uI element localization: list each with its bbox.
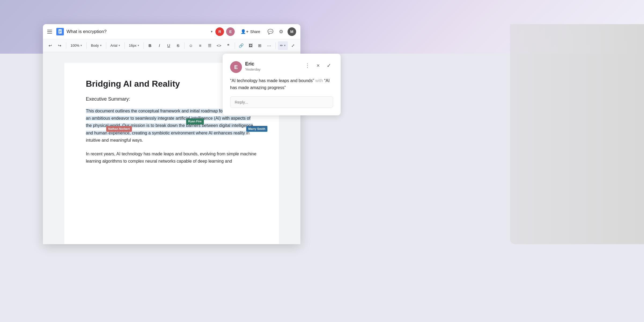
code-icon: <>	[217, 43, 222, 48]
avatar-ryan: R	[215, 27, 224, 36]
comment-history-button[interactable]: 💬	[266, 27, 275, 36]
comment-avatar: E	[230, 61, 242, 73]
strikethrough-button[interactable]: S	[174, 41, 182, 50]
redo-icon: ↪	[58, 43, 61, 48]
comment-actions: ⋮ × ✓	[303, 61, 333, 70]
emoji-icon: ☺	[189, 43, 193, 48]
style-value: Body	[91, 43, 99, 47]
toolbar-sep-1	[66, 42, 66, 49]
comment-close-button[interactable]: ×	[314, 61, 322, 70]
toolbar-sep-6	[184, 42, 185, 49]
toolbar-sep-2	[86, 42, 87, 49]
reply-input[interactable]	[230, 96, 333, 108]
check-icon: ✓	[327, 62, 331, 69]
settings-button[interactable]: ⚙	[277, 27, 285, 36]
zoom-select[interactable]: 100% ▾	[68, 41, 84, 50]
comment-author: Eric	[245, 61, 303, 67]
svg-rect-3	[59, 31, 61, 32]
comment-body: “AI technology has made leaps and bounds…	[230, 77, 333, 91]
strikethrough-icon: S	[177, 43, 179, 48]
comment-timestamp: Yesterday	[245, 67, 303, 71]
toolbar-sep-5	[143, 42, 144, 49]
quote-button[interactable]: ❝	[224, 41, 233, 50]
list-button[interactable]: ☰	[205, 41, 214, 50]
paragraph-2: In recent years, AI technology has made …	[86, 150, 257, 165]
pencil-button[interactable]: ✏ ▾	[278, 41, 288, 50]
redo-button[interactable]: ↪	[56, 41, 64, 50]
pencil-chevron: ▾	[284, 44, 286, 47]
comment-original-quote: “AI technology has made leaps and bounds…	[230, 78, 314, 83]
undo-button[interactable]: ↩	[46, 41, 54, 50]
pencil-icon: ✏	[280, 43, 283, 47]
comment-meta: Eric Yesterday	[245, 61, 303, 71]
cursor-nathan: Nathan Norbert	[106, 126, 132, 132]
underline-button[interactable]: U	[165, 41, 173, 50]
toolbar-sep-8	[275, 42, 276, 49]
image-icon: 🖼	[249, 43, 253, 48]
document-title[interactable]: What is encryption?	[67, 29, 208, 34]
italic-button[interactable]: I	[155, 41, 164, 50]
expand-icon: ⤢	[291, 43, 295, 48]
comment-more-button[interactable]: ⋮	[303, 61, 312, 70]
size-value: 16px	[129, 43, 137, 47]
title-chevron[interactable]: ▾	[211, 30, 213, 34]
more-dots-icon: ⋮	[305, 62, 310, 69]
table-button[interactable]: ⊞	[256, 41, 264, 50]
document-body: This document outlines the conceptual fr…	[86, 107, 257, 165]
more-icon: ⋯	[267, 43, 271, 48]
share-label: Share	[250, 30, 260, 34]
google-docs-icon	[56, 28, 64, 35]
avatar-m[interactable]: M	[288, 27, 296, 36]
cursor-marry: Marry Smith	[246, 126, 268, 132]
link-icon: 🔗	[239, 43, 244, 48]
image-button[interactable]: 🖼	[246, 41, 255, 50]
bold-icon: B	[149, 43, 152, 48]
link-button[interactable]: 🔗	[237, 41, 245, 50]
emoji-button[interactable]: ☺	[187, 41, 195, 50]
cursor-ryan: Ryan Fire	[186, 118, 204, 125]
share-icon: 👤+	[241, 29, 248, 34]
undo-icon: ↩	[49, 43, 52, 48]
share-button[interactable]: 👤+ Share	[237, 27, 264, 36]
font-value: Arial	[111, 43, 117, 47]
comment-panel: E Eric Yesterday ⋮ × ✓ “AI technology ha…	[223, 54, 341, 115]
size-chevron: ▾	[138, 44, 139, 47]
table-icon: ⊞	[258, 43, 262, 48]
comment-resolve-button[interactable]: ✓	[325, 61, 333, 70]
menu-icon[interactable]	[47, 28, 54, 35]
title-bar: What is encryption? ▾ R E 👤+ Share 💬 ⚙ M	[43, 24, 300, 39]
zoom-chevron: ▾	[80, 44, 82, 47]
size-select[interactable]: 16px ▾	[127, 41, 141, 50]
toolbar: ↩ ↪ 100% ▾ Body ▾ Arial ▾ 16px ▾ B	[43, 39, 300, 52]
style-chevron: ▾	[100, 44, 102, 47]
svg-rect-4	[59, 32, 60, 33]
font-chevron: ▾	[119, 44, 120, 47]
align-icon: ≡	[199, 43, 201, 48]
align-button[interactable]: ≡	[196, 41, 204, 50]
toolbar-sep-7	[235, 42, 235, 49]
style-select[interactable]: Body ▾	[89, 41, 104, 50]
title-actions: R E 👤+ Share 💬 ⚙ M	[215, 27, 296, 36]
quote-icon: ❝	[227, 43, 229, 48]
code-button[interactable]: <>	[215, 41, 223, 50]
toolbar-sep-4	[124, 42, 125, 49]
toolbar-sep-3	[106, 42, 106, 49]
svg-rect-2	[59, 31, 61, 31]
comment-with-label: with	[315, 78, 324, 83]
expand-button[interactable]: ⤢	[289, 41, 297, 50]
list-icon: ☰	[208, 43, 211, 48]
bold-button[interactable]: B	[146, 41, 154, 50]
zoom-value: 100%	[71, 43, 79, 47]
font-select[interactable]: Arial ▾	[108, 41, 122, 50]
close-icon: ×	[317, 63, 320, 69]
comment-header: E Eric Yesterday ⋮ × ✓	[230, 61, 333, 73]
italic-icon: I	[159, 43, 160, 48]
underline-icon: U	[167, 43, 170, 48]
more-button[interactable]: ⋯	[265, 41, 273, 50]
avatar-eric: E	[226, 27, 235, 36]
right-panel-overlay	[510, 24, 644, 244]
